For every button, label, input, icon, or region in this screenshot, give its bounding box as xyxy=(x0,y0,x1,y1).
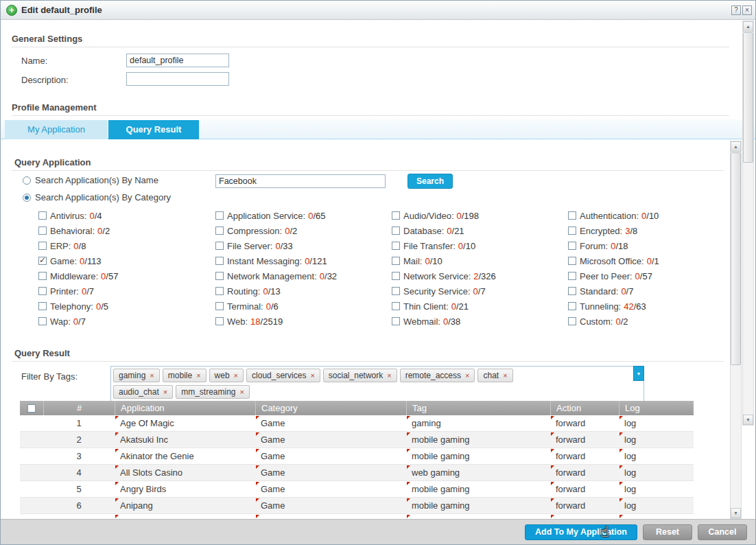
row-select-cell[interactable] xyxy=(20,465,43,480)
scroll-up-icon[interactable]: ▲ xyxy=(731,141,741,152)
table-row[interactable]: 1 Age Of Magic Game gaming forward log xyxy=(20,415,694,432)
category-item[interactable]: ✓ Network Service: 2/326 xyxy=(392,271,568,281)
cell-tag[interactable]: mobile gaming xyxy=(406,432,550,448)
category-item[interactable]: ✓ Webmail: 0/38 xyxy=(392,316,568,327)
category-item[interactable]: ✓ Compression: 0/2 xyxy=(215,226,392,236)
cell-action[interactable]: forward xyxy=(550,465,619,480)
tab-query-result[interactable]: Query Result xyxy=(108,120,199,139)
category-checkbox[interactable]: ✓ xyxy=(568,302,576,310)
category-item[interactable]: ✓ Microsoft Office: 0/1 xyxy=(568,256,721,266)
category-item[interactable]: ✓ Custom: 0/2 xyxy=(568,316,721,327)
category-checkbox[interactable]: ✓ xyxy=(392,257,400,265)
category-checkbox[interactable]: ✓ xyxy=(38,211,47,220)
category-checkbox[interactable]: ✓ xyxy=(392,211,400,220)
category-checkbox[interactable]: ✓ xyxy=(38,257,47,265)
category-item[interactable]: ✓ Web: 18/2519 xyxy=(215,316,392,327)
cell-application[interactable]: Angry Birds xyxy=(115,481,255,497)
scroll-up-icon[interactable]: ▲ xyxy=(743,21,753,32)
cell-tag[interactable]: gaming xyxy=(406,415,550,431)
category-checkbox[interactable]: ✓ xyxy=(215,302,224,310)
category-item[interactable]: ✓ Thin Client: 0/21 xyxy=(392,301,568,312)
cell-log[interactable]: log xyxy=(619,465,694,480)
category-item[interactable]: ✓ Peer to Peer: 0/57 xyxy=(568,271,721,281)
table-row[interactable]: 3 Akinator the Genie Game mobile gaming … xyxy=(20,448,694,465)
cell-application[interactable]: All Slots Casino xyxy=(115,465,255,480)
row-select-cell[interactable] xyxy=(20,432,43,448)
category-item[interactable]: ✓ Terminal: 0/6 xyxy=(215,301,392,312)
cell-tag[interactable]: web gaming xyxy=(406,465,550,480)
cancel-button[interactable]: Cancel xyxy=(698,524,747,540)
category-item[interactable]: ✓ File Server: 0/33 xyxy=(215,241,392,251)
category-item[interactable]: ✓ Network Management: 0/32 xyxy=(215,271,392,281)
category-item[interactable]: ✓ Instant Messaging: 0/121 xyxy=(215,256,392,266)
category-item[interactable]: ✓ Middleware: 0/57 xyxy=(38,271,215,281)
help-button[interactable]: ? xyxy=(731,5,741,15)
category-checkbox[interactable]: ✓ xyxy=(38,272,47,280)
category-item[interactable]: ✓ ERP: 0/8 xyxy=(38,241,215,251)
category-item[interactable]: ✓ Mail: 0/10 xyxy=(392,256,568,266)
category-item[interactable]: ✓ Authentication: 0/10 xyxy=(568,211,721,221)
cell-action[interactable]: forward xyxy=(550,498,619,513)
category-item[interactable]: ✓ File Transfer: 0/10 xyxy=(392,241,568,251)
cell-category[interactable]: Game xyxy=(255,432,406,448)
panel-scrollbar[interactable]: ▲ ▼ xyxy=(730,141,742,519)
cell-category[interactable]: Game xyxy=(255,481,406,497)
cell-action[interactable]: forward xyxy=(550,481,619,497)
category-checkbox[interactable]: ✓ xyxy=(215,227,224,235)
remove-tag-icon[interactable]: × xyxy=(163,389,167,396)
remove-tag-icon[interactable]: × xyxy=(196,372,200,380)
category-checkbox[interactable]: ✓ xyxy=(568,272,576,280)
category-item[interactable]: ✓ Telephony: 0/5 xyxy=(38,301,215,312)
category-checkbox[interactable]: ✓ xyxy=(215,242,224,250)
remove-tag-icon[interactable]: × xyxy=(310,372,314,380)
remove-tag-icon[interactable]: × xyxy=(465,372,469,380)
remove-tag-icon[interactable]: × xyxy=(387,372,391,380)
cell-action[interactable]: forward xyxy=(550,448,619,464)
category-checkbox[interactable]: ✓ xyxy=(392,302,400,310)
cell-log[interactable]: log xyxy=(619,498,694,513)
tab-my-application[interactable]: My Application xyxy=(5,120,108,139)
category-item[interactable]: ✓ Behavioral: 0/2 xyxy=(38,226,215,236)
cell-tag[interactable]: mobile gaming xyxy=(406,448,550,464)
category-checkbox[interactable]: ✓ xyxy=(568,227,576,235)
category-checkbox[interactable]: ✓ xyxy=(392,272,400,280)
category-checkbox[interactable]: ✓ xyxy=(392,227,400,235)
category-item[interactable]: ✓ Wap: 0/7 xyxy=(38,316,215,327)
cell-log[interactable]: log xyxy=(619,481,694,497)
row-select-cell[interactable] xyxy=(20,498,43,513)
select-all-checkbox[interactable]: ✓ xyxy=(27,404,36,413)
category-item[interactable]: ✓ Application Service: 0/65 xyxy=(215,211,392,221)
search-by-name-radio[interactable] xyxy=(23,176,31,185)
category-checkbox[interactable]: ✓ xyxy=(215,272,224,280)
cell-application[interactable]: Anipang xyxy=(115,498,255,513)
cell-tag[interactable]: mobile gaming xyxy=(406,481,550,497)
tags-dropdown-button[interactable]: ▼ xyxy=(633,366,644,381)
scrollbar-thumb[interactable] xyxy=(731,152,741,365)
category-item[interactable]: ✓ Tunneling: 42/63 xyxy=(568,301,721,312)
search-button[interactable]: Search xyxy=(407,174,453,189)
scroll-down-icon[interactable]: ▼ xyxy=(731,508,741,518)
search-by-category-radio[interactable] xyxy=(23,194,31,202)
remove-tag-icon[interactable]: × xyxy=(240,389,244,396)
category-checkbox[interactable]: ✓ xyxy=(392,317,400,325)
category-item[interactable]: ✓ Routing: 0/13 xyxy=(215,286,392,297)
cell-action[interactable]: forward xyxy=(550,415,619,431)
scrollbar-thumb[interactable] xyxy=(743,32,753,163)
category-item[interactable]: ✓ Forum: 0/18 xyxy=(568,241,721,251)
scroll-down-icon[interactable]: ▼ xyxy=(743,415,753,425)
category-checkbox[interactable]: ✓ xyxy=(568,242,576,250)
cell-tag[interactable]: mobile gaming xyxy=(406,498,550,513)
cell-log[interactable]: log xyxy=(619,432,694,448)
add-to-my-application-button[interactable]: Add To My Application xyxy=(525,524,637,540)
remove-tag-icon[interactable]: × xyxy=(150,372,154,380)
category-checkbox[interactable]: ✓ xyxy=(215,287,224,295)
category-item[interactable]: ✓ Game: 0/113 xyxy=(38,256,215,266)
cell-category[interactable]: Game xyxy=(255,498,406,513)
row-select-cell[interactable] xyxy=(20,415,43,431)
category-checkbox[interactable]: ✓ xyxy=(568,257,576,265)
category-checkbox[interactable]: ✓ xyxy=(568,287,576,295)
dialog-scrollbar[interactable]: ▲ ▼ xyxy=(742,21,754,426)
category-checkbox[interactable]: ✓ xyxy=(38,317,47,325)
category-item[interactable]: ✓ Printer: 0/7 xyxy=(38,286,215,297)
category-item[interactable]: ✓ Audio/Video: 0/198 xyxy=(392,211,568,221)
